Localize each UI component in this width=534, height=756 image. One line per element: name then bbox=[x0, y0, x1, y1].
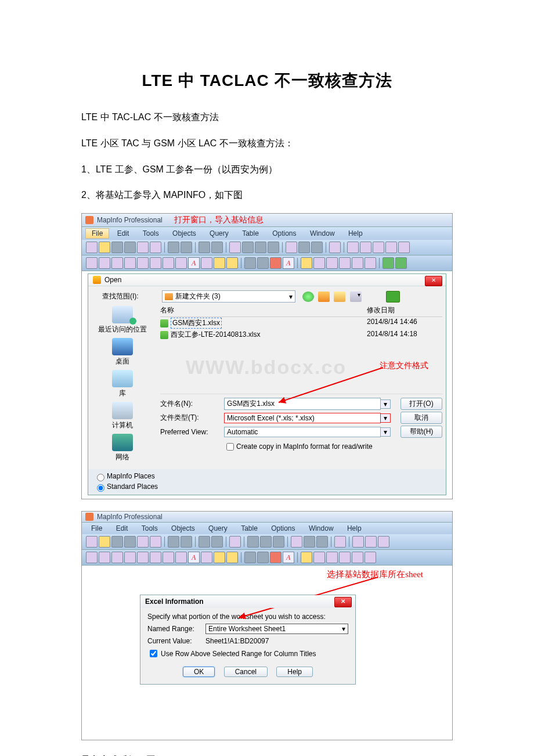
toolbar-icon[interactable] bbox=[201, 552, 212, 563]
named-range-combo[interactable]: Entire Worksheet Sheet1▾ bbox=[205, 624, 348, 634]
toolbar-icon[interactable] bbox=[99, 257, 110, 269]
toolbar-icon[interactable] bbox=[168, 536, 179, 548]
menu-objects[interactable]: Objects bbox=[165, 524, 201, 533]
toolbar-icon[interactable] bbox=[211, 536, 223, 548]
sidebar-computer[interactable]: 计算机 bbox=[91, 402, 154, 430]
toolbar-icon[interactable] bbox=[398, 242, 410, 253]
toolbar-icon[interactable] bbox=[329, 242, 341, 253]
file-row[interactable]: 西安工参-LTE-20140813.xlsx 2014/8/14 14:18 bbox=[160, 329, 442, 340]
toolbar-icon[interactable] bbox=[175, 257, 187, 269]
toolbar-icon[interactable] bbox=[255, 242, 266, 253]
toolbar-icon[interactable] bbox=[124, 552, 136, 563]
close-button[interactable]: ✕ bbox=[425, 276, 442, 286]
menu-table[interactable]: Table bbox=[235, 524, 264, 533]
menu-table[interactable]: Table bbox=[236, 229, 265, 238]
toolbar-icon[interactable] bbox=[226, 257, 238, 269]
toolbar-icon[interactable] bbox=[373, 242, 384, 253]
toggle-button[interactable] bbox=[386, 291, 400, 303]
toolbar-icon[interactable] bbox=[86, 536, 98, 548]
toolbar-icon[interactable] bbox=[111, 257, 123, 269]
toolbar-letter[interactable]: A bbox=[188, 257, 200, 269]
toolbar-icon[interactable] bbox=[124, 536, 136, 548]
col-name[interactable]: 名称 bbox=[160, 305, 367, 315]
nav-newfolder-icon[interactable] bbox=[334, 291, 345, 302]
toolbar-icon[interactable] bbox=[226, 552, 238, 563]
toolbar-icon[interactable] bbox=[326, 257, 338, 269]
toolbar-icon[interactable] bbox=[229, 536, 241, 548]
toolbar-icon[interactable] bbox=[257, 552, 269, 563]
toolbar-icon[interactable] bbox=[150, 242, 161, 253]
menu-file[interactable]: File bbox=[85, 524, 108, 533]
toolbar-icon[interactable] bbox=[214, 257, 225, 269]
toolbar-icon[interactable] bbox=[326, 552, 338, 563]
toolbar-icon[interactable] bbox=[137, 257, 149, 269]
toolbar-icon[interactable] bbox=[163, 552, 174, 563]
menu-edit[interactable]: Edit bbox=[110, 524, 134, 533]
menu-options[interactable]: Options bbox=[265, 524, 301, 533]
toolbar-icon[interactable] bbox=[334, 536, 346, 548]
toolbar-icon[interactable] bbox=[365, 552, 376, 563]
toolbar-icon[interactable] bbox=[168, 242, 179, 253]
dropdown-icon[interactable]: ▾ bbox=[381, 413, 391, 423]
toolbar-icon[interactable] bbox=[242, 242, 254, 253]
toolbar-icon[interactable] bbox=[270, 257, 282, 269]
sidebar-network[interactable]: 网络 bbox=[91, 434, 154, 462]
toolbar-icon[interactable] bbox=[347, 242, 359, 253]
toolbar-icon[interactable] bbox=[199, 536, 210, 548]
toolbar-icon[interactable] bbox=[124, 242, 136, 253]
menu-options[interactable]: Options bbox=[266, 229, 302, 238]
toolbar-icon[interactable] bbox=[86, 242, 98, 253]
toolbar-icon[interactable] bbox=[150, 257, 161, 269]
menu-query[interactable]: Query bbox=[204, 229, 234, 238]
dropdown-icon[interactable]: ▾ bbox=[381, 399, 391, 409]
toolbar-icon[interactable] bbox=[244, 552, 256, 563]
radio-mapinfo-places[interactable]: MapInfo Places bbox=[94, 471, 440, 482]
toolbar-icon[interactable] bbox=[150, 536, 161, 548]
menu-file[interactable]: File bbox=[85, 228, 109, 239]
toolbar-icon[interactable] bbox=[124, 257, 136, 269]
toolbar-icon[interactable] bbox=[199, 242, 210, 253]
toolbar-icon[interactable] bbox=[298, 242, 310, 253]
toolbar-icon[interactable] bbox=[201, 257, 212, 269]
toolbar-icon[interactable] bbox=[244, 257, 256, 269]
toolbar-icon[interactable] bbox=[352, 257, 363, 269]
filename-input[interactable]: GSM西安1.xlsx bbox=[224, 398, 381, 410]
toolbar-icon[interactable] bbox=[339, 552, 351, 563]
toolbar-icon[interactable] bbox=[301, 257, 312, 269]
help-button[interactable]: 帮助(H) bbox=[400, 426, 442, 438]
toolbar-icon[interactable] bbox=[291, 536, 302, 548]
toolbar-icon[interactable] bbox=[99, 242, 110, 253]
toolbar-letter[interactable]: A bbox=[188, 552, 200, 563]
toolbar-letter[interactable]: A bbox=[283, 552, 294, 563]
toolbar-icon[interactable] bbox=[316, 536, 328, 548]
cancel-button[interactable]: Cancel bbox=[224, 667, 268, 677]
menu-window[interactable]: Window bbox=[303, 524, 340, 533]
toolbar-icon[interactable] bbox=[137, 536, 149, 548]
toolbar-icon[interactable] bbox=[383, 257, 394, 269]
toolbar-icon[interactable] bbox=[229, 242, 241, 253]
radio-standard-places[interactable]: Standard Places bbox=[94, 482, 440, 492]
toolbar-icon[interactable] bbox=[99, 552, 110, 563]
menu-help[interactable]: Help bbox=[342, 229, 369, 238]
look-in-combo[interactable]: 新建文件夹 (3)▾ bbox=[162, 290, 295, 303]
toolbar-icon[interactable] bbox=[99, 536, 110, 548]
toolbar-icon[interactable] bbox=[313, 552, 325, 563]
toolbar-icon[interactable] bbox=[211, 242, 223, 253]
menu-tools[interactable]: Tools bbox=[137, 229, 165, 238]
nav-up-icon[interactable] bbox=[318, 291, 330, 302]
toolbar-icon[interactable] bbox=[247, 536, 259, 548]
toolbar-icon[interactable] bbox=[163, 257, 174, 269]
toolbar-icon[interactable] bbox=[273, 536, 284, 548]
toolbar-icon[interactable] bbox=[360, 242, 371, 253]
ok-button[interactable]: OK bbox=[183, 667, 215, 677]
toolbar-icon[interactable] bbox=[175, 552, 187, 563]
toolbar-icon[interactable] bbox=[365, 536, 377, 548]
filetype-combo[interactable]: Microsoft Excel (*.xls; *.xlsx) bbox=[224, 413, 381, 423]
sidebar-recent[interactable]: 最近访问的位置 bbox=[91, 306, 154, 334]
toolbar-icon[interactable] bbox=[301, 552, 312, 563]
toolbar-icon[interactable] bbox=[313, 257, 325, 269]
toolbar-icon[interactable] bbox=[260, 536, 272, 548]
toolbar-icon[interactable] bbox=[137, 242, 149, 253]
toolbar-icon[interactable] bbox=[339, 257, 351, 269]
menu-query[interactable]: Query bbox=[203, 524, 233, 533]
